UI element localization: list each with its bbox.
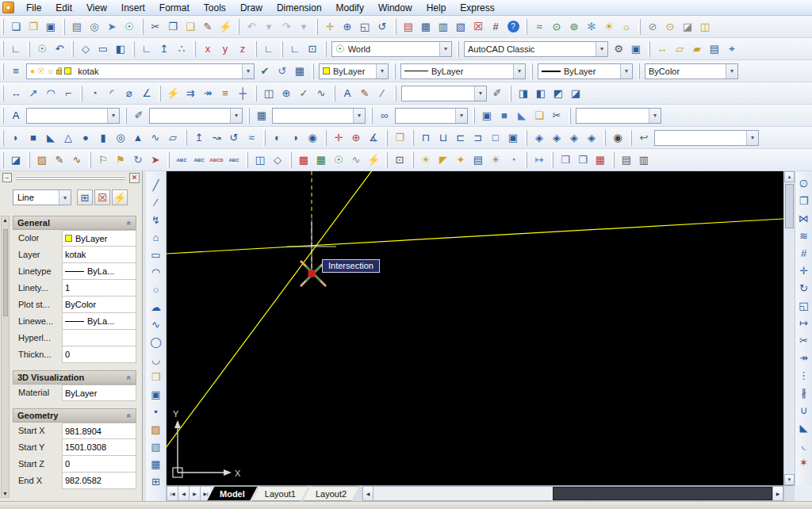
dim-arc-length-button[interactable]: ◠ (42, 85, 59, 102)
subtract-button[interactable]: ◑ (286, 129, 304, 147)
trim-xref-button[interactable]: ✂ (548, 107, 565, 124)
create-camera-button[interactable]: ◉ (609, 129, 626, 147)
section-header[interactable]: 3D Visualization« (13, 370, 136, 385)
table-button[interactable]: ⊞ (147, 473, 165, 490)
justify-text-button[interactable]: ABC (190, 151, 208, 169)
toolbar-grip-icon[interactable] (63, 19, 65, 35)
redo-list-button[interactable]: ▾ (295, 18, 312, 36)
property-value[interactable]: 982.0582 (62, 472, 136, 489)
layer-arrow-icon[interactable]: ▾ (242, 64, 254, 78)
construction-line-button[interactable]: ∕ (147, 193, 165, 211)
menu-modify[interactable]: Modify (329, 1, 371, 15)
gradient-button[interactable]: ▧ (147, 438, 165, 455)
extrude-button[interactable]: ↥ (190, 129, 208, 147)
layer-properties-manager-button[interactable]: ≡ (7, 63, 25, 80)
dim-style-manager-button[interactable]: ✐ (488, 85, 506, 102)
materials-button[interactable]: ▦ (312, 151, 330, 169)
dim-center-mark-button[interactable]: ⊕ (278, 85, 295, 102)
view-left-button[interactable]: ⊏ (452, 129, 469, 147)
previous-tab-button[interactable]: ◀ (178, 486, 189, 501)
copy-object-button[interactable]: ❐ (795, 192, 812, 209)
property-value[interactable]: 1 (62, 279, 136, 297)
workspace-dropdown[interactable]: AutoCAD Classic▾ (464, 41, 608, 57)
export-options-button[interactable]: ▦ (592, 151, 609, 169)
toolbar-grip-icon[interactable] (324, 41, 327, 57)
hatch-button[interactable]: ▨ (147, 420, 165, 438)
unlock-objects-button[interactable]: ◫ (696, 18, 714, 36)
layer-previous-button[interactable]: ↺ (274, 63, 291, 80)
solid-corner-button[interactable]: ◣ (513, 107, 530, 124)
extract-attributes-button[interactable]: ➤ (147, 151, 164, 169)
etransmit-button[interactable]: ↦ (530, 151, 548, 169)
layer-states-manager-button[interactable]: ▦ (291, 63, 308, 80)
drawing-canvas[interactable]: Y X Intersection (167, 171, 783, 485)
toolbar-grip-icon[interactable] (289, 152, 292, 168)
text-style-dropdown[interactable]: ▾ (26, 108, 120, 124)
sync-attributes-button[interactable]: ↻ (129, 151, 147, 169)
property-value[interactable]: ByLayer (62, 230, 136, 247)
toolbar-grip-icon[interactable] (412, 130, 414, 146)
property-value[interactable] (62, 329, 136, 346)
collapse-chevron-icon[interactable]: « (125, 375, 134, 380)
revolve-button[interactable]: ↺ (225, 129, 243, 147)
dim-ordinate-button[interactable]: ⌐ (59, 85, 77, 102)
zoom-previous-button[interactable]: ↺ (373, 18, 391, 36)
dim-diameter-button[interactable]: ⌀ (121, 85, 138, 102)
toolbar-grip-icon[interactable] (509, 86, 511, 101)
scale-button[interactable]: ◱ (795, 297, 812, 314)
lock-objects-button[interactable]: ◪ (679, 18, 696, 36)
toolbar-grip-icon[interactable] (255, 86, 257, 101)
canvas-vertical-scrollbar[interactable]: ▲ ▼ (783, 171, 795, 485)
horizontal-scroll-thumb[interactable] (553, 487, 772, 500)
save-file-button[interactable]: ▣ (42, 18, 59, 36)
erase-button[interactable]: ∅ (795, 174, 812, 192)
ucs-window-button[interactable]: ⊡ (304, 40, 321, 58)
view-ne-isometric-button[interactable]: ◈ (565, 129, 583, 147)
canvas-horizontal-scrollbar[interactable]: ◀ ▶ (362, 486, 783, 501)
ucs-rotate-z-button[interactable]: z (234, 40, 251, 58)
offset-button[interactable]: ≋ (795, 227, 812, 244)
text-style-arrow-icon[interactable]: ▾ (107, 109, 119, 123)
toolbar-grip-icon[interactable] (28, 41, 30, 57)
cut-button[interactable]: ✂ (147, 18, 164, 36)
polygon-button[interactable]: ⌂ (147, 228, 165, 246)
table-style-icon-button[interactable]: ▦ (253, 107, 270, 124)
revision-cloud-button[interactable]: ☁ (147, 298, 165, 316)
toolbar-grip-icon[interactable] (237, 19, 239, 35)
open-file-button[interactable]: ❐ (25, 18, 42, 36)
dim-linear-button[interactable]: ↔ (7, 85, 25, 102)
ucs-world-button[interactable]: ☉ (33, 40, 51, 58)
dim-jogged-linear-button[interactable]: ∿ (312, 85, 330, 102)
draw-order-under-button[interactable]: ◪ (7, 151, 25, 169)
sky-background-button[interactable]: ◔ (504, 151, 522, 169)
edit-spline-button[interactable]: ∿ (68, 151, 86, 169)
pyramid-button[interactable]: ▲ (129, 129, 147, 147)
make-object-layer-current-button[interactable]: ✔ (256, 63, 274, 80)
menu-format[interactable]: Format (152, 1, 197, 15)
toolbar-grip-icon[interactable] (638, 19, 641, 35)
convert-text-units-button[interactable]: ABCD (208, 151, 225, 169)
toolbar-grip-icon[interactable] (2, 41, 4, 57)
palette-scrollbar[interactable]: ▲ ▼ (1, 216, 10, 498)
toolbar-grip-icon[interactable] (193, 41, 196, 57)
toolbar-grip-icon[interactable] (141, 19, 144, 35)
dim-radius-button[interactable]: ◔ (86, 85, 103, 102)
table-style-dropdown[interactable]: ▾ (272, 108, 366, 124)
plot-style-table-arrow-icon[interactable]: ▾ (649, 109, 661, 123)
join-button[interactable]: ∪ (795, 401, 812, 419)
view-nw-isometric-button[interactable]: ◈ (583, 129, 600, 147)
toolbar-grip-icon[interactable] (2, 19, 4, 35)
layer-off-button[interactable]: ☀ (600, 18, 618, 36)
toolbar-grip-icon[interactable] (457, 41, 459, 57)
paste-button[interactable]: ❑ (182, 18, 199, 36)
select-objects-button[interactable]: ☒ (94, 189, 110, 205)
region-button[interactable]: ▦ (147, 455, 165, 473)
3d-move-button[interactable]: ✛ (330, 129, 347, 147)
toolbar-grip-icon[interactable] (603, 130, 606, 146)
ucs-name-arrow-icon[interactable]: ▾ (439, 42, 451, 56)
ucs-previous-button[interactable]: ↶ (51, 40, 68, 58)
toolbar-grip-icon[interactable] (124, 108, 127, 124)
hyperlink-button[interactable]: ∞ (376, 107, 393, 124)
menu-edit[interactable]: Edit (48, 1, 79, 15)
property-value[interactable]: kotak (62, 246, 136, 263)
